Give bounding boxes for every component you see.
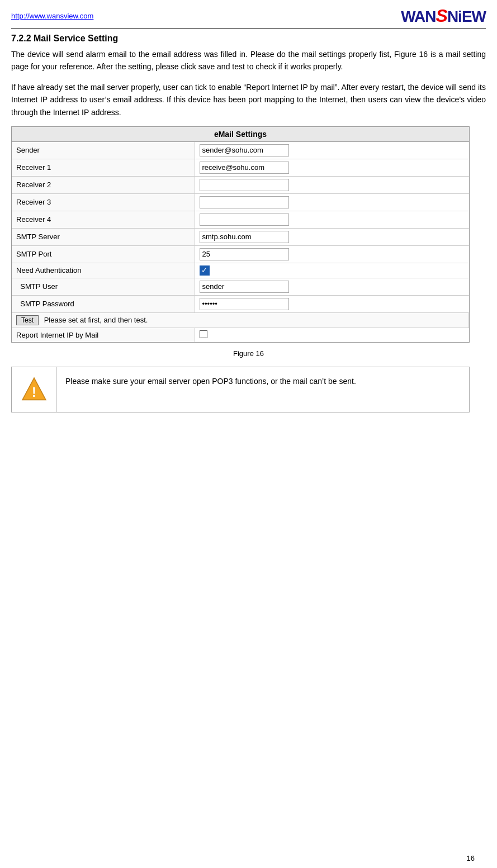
- page-number: 16: [467, 854, 475, 862]
- email-settings-title: eMail Settings: [12, 127, 469, 142]
- field-label-receiver3: Receiver 3: [12, 193, 195, 211]
- para2: If have already set the mail server prop…: [11, 81, 486, 118]
- para1: The device will send alarm email to the …: [11, 48, 486, 73]
- field-value-smtp-user: [195, 278, 469, 295]
- section-title: 7.2.2 Mail Service Setting: [11, 34, 486, 44]
- table-row: Report Internet IP by Mail: [12, 328, 469, 342]
- logo-nview-text: NiEW: [447, 8, 486, 25]
- field-label-need-auth: Need Authentication: [12, 263, 195, 278]
- report-ip-checkbox[interactable]: [200, 330, 207, 338]
- receiver2-input[interactable]: [200, 179, 289, 191]
- table-row: SMTP User: [12, 278, 469, 295]
- notice-icon-cell: !: [12, 367, 56, 412]
- table-row: Receiver 2: [12, 176, 469, 193]
- field-label-smtp-port: SMTP Port: [12, 245, 195, 263]
- field-label-report-ip: Report Internet IP by Mail: [12, 328, 195, 342]
- table-row: SMTP Password: [12, 295, 469, 312]
- svg-text:!: !: [32, 385, 36, 400]
- logo-s-text: S: [436, 6, 447, 26]
- field-label-smtp-server: SMTP Server: [12, 228, 195, 245]
- table-row: Receiver 3: [12, 193, 469, 211]
- table-row: SMTP Port: [12, 245, 469, 263]
- form-table: Sender Receiver 1 Receiver 2: [12, 142, 469, 342]
- logo: WANSNiEW: [401, 6, 486, 26]
- table-row: Need Authentication ✓: [12, 263, 469, 278]
- field-value-need-auth: ✓: [195, 263, 469, 278]
- field-value-smtp-server: [195, 228, 469, 245]
- page-header: http://www.wansview.com WANSNiEW: [11, 6, 486, 29]
- field-value-smtp-port: [195, 245, 469, 263]
- field-value-receiver3: [195, 193, 469, 211]
- test-button[interactable]: Test: [16, 315, 39, 325]
- test-row-cell: Test Please set at first, and then test.: [12, 312, 469, 328]
- notice-text: Please make sure your email server open …: [56, 367, 365, 412]
- smtp-password-input[interactable]: [200, 298, 289, 310]
- field-label-sender: Sender: [12, 142, 195, 159]
- field-value-sender: [195, 142, 469, 159]
- notice-box: ! Please make sure your email server ope…: [11, 367, 470, 412]
- table-row: Receiver 4: [12, 211, 469, 228]
- field-value-receiver2: [195, 176, 469, 193]
- warning-icon: !: [20, 376, 48, 404]
- website-link[interactable]: http://www.wansview.com: [11, 12, 93, 20]
- field-label-receiver4: Receiver 4: [12, 211, 195, 228]
- table-row: Sender: [12, 142, 469, 159]
- test-hint: Please set at first, and then test.: [44, 316, 148, 324]
- smtp-server-input[interactable]: [200, 231, 289, 243]
- figure-caption: Figure 16: [11, 349, 486, 358]
- logo-wan-text: WAN: [401, 8, 436, 25]
- sender-input[interactable]: [200, 144, 289, 156]
- table-row: SMTP Server: [12, 228, 469, 245]
- receiver1-input[interactable]: [200, 162, 289, 174]
- field-label-receiver1: Receiver 1: [12, 159, 195, 176]
- need-auth-checkbox[interactable]: ✓: [200, 265, 210, 276]
- receiver4-input[interactable]: [200, 214, 289, 226]
- field-value-report-ip: [195, 328, 469, 342]
- table-row: Receiver 1: [12, 159, 469, 176]
- field-label-smtp-user: SMTP User: [12, 278, 195, 295]
- field-value-smtp-password: [195, 295, 469, 312]
- test-row: Test Please set at first, and then test.: [12, 312, 469, 328]
- receiver3-input[interactable]: [200, 196, 289, 208]
- field-label-receiver2: Receiver 2: [12, 176, 195, 193]
- smtp-user-input[interactable]: [200, 281, 289, 293]
- field-value-receiver4: [195, 211, 469, 228]
- field-label-smtp-password: SMTP Password: [12, 295, 195, 312]
- email-settings-box: eMail Settings Sender Receiver 1: [11, 126, 470, 343]
- smtp-port-input[interactable]: [200, 248, 289, 260]
- field-value-receiver1: [195, 159, 469, 176]
